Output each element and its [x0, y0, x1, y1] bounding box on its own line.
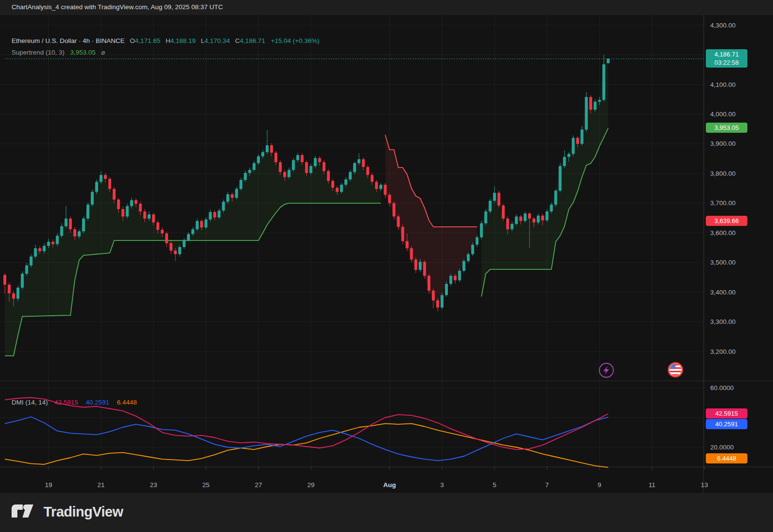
- page-title: ChartAnalysis_4 created with TradingView…: [12, 0, 223, 14]
- svg-text:9: 9: [598, 481, 601, 489]
- dmi-minus-badge: 40.2591: [706, 419, 747, 429]
- current-price-badge: 4,186.7103:22:58: [706, 49, 747, 68]
- us-flag-marker-icon[interactable]: [669, 363, 683, 377]
- dmi-plus-value: 42.5915: [55, 399, 78, 406]
- price-chart-svg[interactable]: 4,300.004,200.004,100.004,000.003,900.00…: [0, 15, 773, 493]
- page: ChartAnalysis_4 created with TradingView…: [0, 0, 773, 532]
- svg-text:25: 25: [202, 481, 210, 489]
- dmi-legend[interactable]: DMI (14, 14) 42.5915 40.2591 6.4448: [12, 399, 137, 406]
- dmi-minus-value: 40.2591: [86, 399, 109, 406]
- source-icon[interactable]: ⌀: [101, 49, 105, 56]
- tradingview-mark-icon: [12, 504, 38, 519]
- svg-text:3,900.00: 3,900.00: [710, 140, 736, 147]
- svg-text:3,300.00: 3,300.00: [710, 318, 736, 325]
- supertrend-value: 3,953.05: [70, 49, 96, 56]
- svg-text:13: 13: [701, 481, 708, 489]
- open-label: O: [130, 37, 135, 44]
- svg-text:3,200.00: 3,200.00: [710, 348, 736, 355]
- dmi-adx-badge: 6.4448: [706, 453, 747, 463]
- dmi-plus-badge: 42.5915: [706, 408, 747, 419]
- dmi-name[interactable]: DMI (14, 14): [12, 399, 48, 406]
- high-label: H: [166, 37, 171, 44]
- svg-text:11: 11: [648, 481, 655, 489]
- svg-text:3: 3: [440, 481, 444, 489]
- supertrend-badge: 3,953.05: [706, 123, 747, 133]
- low-level-badge: 3,639.66: [706, 216, 747, 226]
- svg-text:5: 5: [493, 481, 497, 489]
- svg-text:3,700.00: 3,700.00: [710, 199, 736, 207]
- svg-text:3,400.00: 3,400.00: [710, 289, 736, 296]
- supertrend-legend[interactable]: Supertrend (10, 3) 3,953.05 ⌀: [12, 48, 105, 56]
- change-value: +15.04 (+0.36%): [271, 37, 320, 44]
- separators-layer: [0, 15, 773, 493]
- supertrend-fill-layer: [5, 59, 608, 356]
- svg-text:3,600.00: 3,600.00: [710, 229, 736, 237]
- time-axis-labels[interactable]: 192123252729Aug35791113: [45, 481, 708, 489]
- svg-text:3,500.00: 3,500.00: [710, 259, 736, 266]
- lightning-marker-icon[interactable]: [600, 364, 614, 378]
- svg-text:4,100.00: 4,100.00: [710, 81, 736, 88]
- svg-text:60.0000: 60.0000: [710, 384, 734, 392]
- svg-text:29: 29: [307, 481, 315, 489]
- close-value: 4,186.71: [240, 37, 265, 44]
- close-label: C: [235, 37, 240, 44]
- symbol-legend[interactable]: Ethereum / U.S. Dollar · 4h · BINANCE O4…: [12, 37, 319, 44]
- supertrend-name[interactable]: Supertrend (10, 3): [12, 49, 65, 56]
- svg-text:27: 27: [255, 481, 262, 489]
- high-value: 4,188.19: [170, 37, 196, 44]
- chart-widget[interactable]: 4,300.004,200.004,100.004,000.003,900.00…: [0, 14, 773, 493]
- price-axis-labels[interactable]: 4,300.004,200.004,100.004,000.003,900.00…: [710, 22, 736, 451]
- svg-text:3,800.00: 3,800.00: [710, 170, 736, 177]
- svg-text:20.0000: 20.0000: [710, 444, 734, 451]
- svg-text:Aug: Aug: [383, 481, 396, 489]
- tradingview-logo[interactable]: TradingView: [12, 502, 123, 521]
- open-value: 4,171.65: [135, 37, 160, 44]
- svg-text:21: 21: [98, 481, 105, 489]
- svg-text:19: 19: [45, 481, 52, 489]
- svg-text:4,000.00: 4,000.00: [710, 111, 736, 118]
- low-value: 4,170.34: [204, 37, 230, 44]
- symbol-title[interactable]: Ethereum / U.S. Dollar · 4h · BINANCE: [12, 37, 125, 44]
- tradingview-wordmark: TradingView: [43, 504, 123, 520]
- svg-text:7: 7: [545, 481, 549, 489]
- svg-text:4,300.00: 4,300.00: [710, 22, 736, 29]
- svg-text:23: 23: [150, 481, 157, 489]
- dmi-lines-layer: [5, 398, 608, 468]
- dmi-adx-value: 6.4448: [117, 399, 137, 406]
